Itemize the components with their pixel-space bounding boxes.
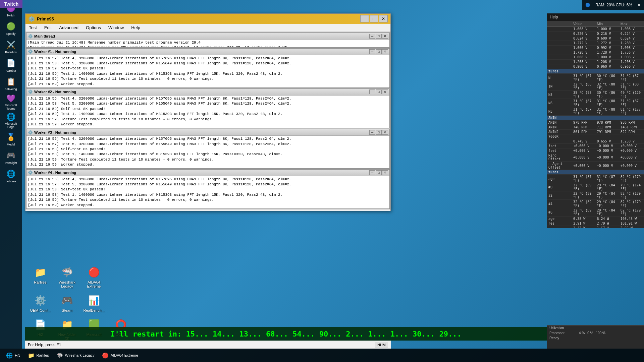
main-thread-close[interactable]: ✕ (382, 34, 388, 39)
aida64-help-text: Help (550, 15, 558, 19)
aida64-cell: +0.000 V (619, 148, 644, 153)
aida64-cell: 986 RPM (619, 120, 644, 125)
sidebar-item-nativelog[interactable]: 📋 nativelog (3, 75, 19, 92)
aida64-cell: 0.992 V (595, 46, 619, 50)
taskbar-items: 🌐 Hi3📁 Rarfiles🦈 Wireshark Legacy🔴 AIDA6… (0, 349, 144, 362)
aida64-cell: fset (547, 148, 572, 153)
aida64-row: N631 °C (87 °F)31 °C (88 °F)31 °C (87 °F… (547, 99, 644, 107)
hobbies-label: hobbies (6, 180, 16, 183)
worker-line: [Jul 21 16:57] Test 5, 3200000 Lucas-Leh… (28, 182, 388, 187)
sidebar-item-paladins[interactable]: ⚔️ Paladins (3, 39, 19, 55)
taskman-utilization-row: Utilization (547, 325, 644, 330)
desktop-icon-realbench...[interactable]: 📊 RealBench... (82, 292, 106, 314)
status-bar: For Help, press F1 NUM (25, 341, 391, 349)
aida64-row: 7600K (547, 134, 644, 139)
main-thread-max[interactable]: □ (376, 34, 382, 39)
desktop-icon-wiresharklegacy[interactable]: 🦈 Wireshark Legacy (55, 264, 79, 290)
main-thread-panel: ⚙️ Main thread ─ □ ✕ [Main thread Jul 21… (26, 33, 390, 48)
menu-test[interactable]: Test (27, 24, 39, 31)
aida64-cell: 32 °C (89 °F) (572, 200, 595, 208)
menu-help[interactable]: Help (129, 24, 142, 31)
worker-line: [Jul 21 16:56] Test 4, 3200000 Lucas-Leh… (28, 136, 388, 141)
taskbar-aida64 extreme-icon: 🔴 (101, 351, 109, 359)
worker-icon-2: ⚙️ (28, 89, 33, 94)
aida64-cell: Ring Offset (547, 153, 572, 162)
desktop-icon-rarfiles[interactable]: 📁 Rarfiles (29, 264, 52, 290)
aida64-cell: 31 °C (87 °F) (619, 74, 644, 82)
worker-max-3[interactable]: □ (376, 130, 382, 135)
worker-controls-4: ─ □ ✕ (369, 170, 388, 175)
aida64-cell: 82 °C (179 °F) (619, 191, 644, 200)
aida64-cell: 7600K (547, 134, 572, 139)
aida64-row: #632 °C (89 °F)29 °C (84 °F)82 °C (179 °… (547, 208, 644, 217)
aida64-cell (547, 41, 572, 46)
aida64-cell: 31 °C (88 °F) (619, 82, 644, 90)
aida64-row: #232 °C (89 °F)29 °C (84 °F)82 °C (179 °… (547, 191, 644, 200)
aida64-cell: 32 °C (89 °F) (572, 208, 595, 217)
aida64-cell: 31 °C (87 °F) (572, 74, 595, 82)
menu-options[interactable]: Options (84, 24, 103, 31)
main-thread-title: ⚙️ Main thread (28, 34, 55, 39)
worker-close-1[interactable]: ✕ (382, 49, 388, 54)
worker-close-3[interactable]: ✕ (382, 130, 388, 135)
aida64-cell: 1.280 V (619, 41, 644, 46)
taskbar-item-aida64-extreme[interactable]: 🔴 AIDA64 Extreme (99, 350, 141, 361)
sidebar-item-hobbies[interactable]: 🌐 hobbies (3, 168, 19, 184)
aida64-row: res2.91 W2.79 W101.91 W (547, 221, 644, 226)
worker-line: [Jul 21 16:57] Test 4, 3200000 Lucas-Leh… (28, 56, 388, 61)
rarfiles-icon: 📁 (34, 265, 47, 279)
col-name (547, 21, 572, 27)
aida64-cell: 31 °C (87 °F) (619, 99, 644, 107)
worker-min-3[interactable]: ─ (369, 130, 375, 135)
num-badge: NUM (375, 342, 388, 348)
menu-advanced[interactable]: Advanced (57, 24, 80, 31)
minimize-button[interactable]: ─ (360, 15, 369, 22)
worker-min-4[interactable]: ─ (369, 170, 375, 175)
taskbar-item-wireshark-legacy[interactable]: 🦈 Wireshark Legacy (53, 350, 97, 361)
msedge-icon: 🌐 (6, 113, 16, 121)
sidebar-item-acrobat[interactable]: 📄 Acrobat (3, 57, 19, 74)
worker-close-4[interactable]: ✕ (382, 170, 388, 175)
maximize-button[interactable]: □ (370, 15, 378, 22)
aida64-cell: 6.24 W (595, 217, 619, 221)
main-thread-min[interactable]: ─ (369, 34, 375, 39)
aida64-cell: 82 °C (179 °F) (619, 175, 644, 183)
aida64-cell: +0.000 V (619, 162, 644, 170)
worker-min-1[interactable]: ─ (369, 49, 375, 54)
worker-max-2[interactable]: □ (376, 89, 382, 94)
menu-edit[interactable]: Edit (42, 24, 54, 31)
taskbar-item-rarfiles[interactable]: 📁 Rarfiles (24, 350, 52, 361)
aida64-row: 1.272 V1.272 V1.280 V (547, 41, 644, 46)
desktop-icon-aida64extreme[interactable]: 🔴 AIDA64 Extreme (82, 264, 106, 290)
sidebar-item-ironsight[interactable]: 🎮 IronSight (3, 149, 19, 166)
aida64-cell: 0.624 V (619, 36, 644, 41)
taskbar-item-hi3[interactable]: 🌐 Hi3 (3, 350, 23, 361)
window-controls: ─ □ ✕ (360, 15, 388, 22)
wireshark legacy-icon: 🦈 (60, 265, 74, 279)
aida64-cell: IN (547, 82, 572, 90)
close-button[interactable]: ✕ (379, 15, 388, 22)
aida64-row: ANIN746 RPM711 RPM1461 RPM (547, 125, 644, 130)
steam-label: Steam (62, 308, 72, 312)
realbench...-icon: 📊 (87, 294, 101, 307)
sidebar-item-medal[interactable]: 🏅 Medal (3, 131, 19, 147)
desktop-icon-oem-conf...[interactable]: ⚙️ OEM-Conf... (29, 292, 52, 314)
aida64-cell: 29 °C (84 °F) (595, 200, 619, 208)
menu-window[interactable]: Window (106, 24, 126, 31)
worker-min-2[interactable]: ─ (369, 89, 375, 94)
desktop-icon-steam[interactable]: 🎮 Steam (55, 292, 79, 314)
worker-max-4[interactable]: □ (376, 170, 382, 175)
taskbar-wireshark legacy-label: Wireshark Legacy (65, 353, 95, 357)
worker-controls-2: ─ □ ✕ (369, 89, 388, 94)
worker-controls-3: ─ □ ✕ (369, 130, 388, 135)
worker-max-1[interactable]: □ (376, 49, 382, 54)
sidebar-item-msteams[interactable]: 💜 Microsoft Teams (3, 94, 19, 111)
aida64-cell (547, 64, 572, 69)
aida64-header: Help (547, 13, 644, 21)
aida64-cell: 1.250 V (619, 139, 644, 144)
worker-icon-4: ⚙️ (28, 170, 33, 175)
sidebar-item-spotify[interactable]: 🟢 Spotify (3, 20, 19, 37)
sidebar-item-msedge[interactable]: 🌐 Microsoft Edge (3, 112, 19, 129)
aida64-cell: 1.67 W (595, 226, 619, 228)
worker-close-2[interactable]: ✕ (382, 89, 388, 94)
